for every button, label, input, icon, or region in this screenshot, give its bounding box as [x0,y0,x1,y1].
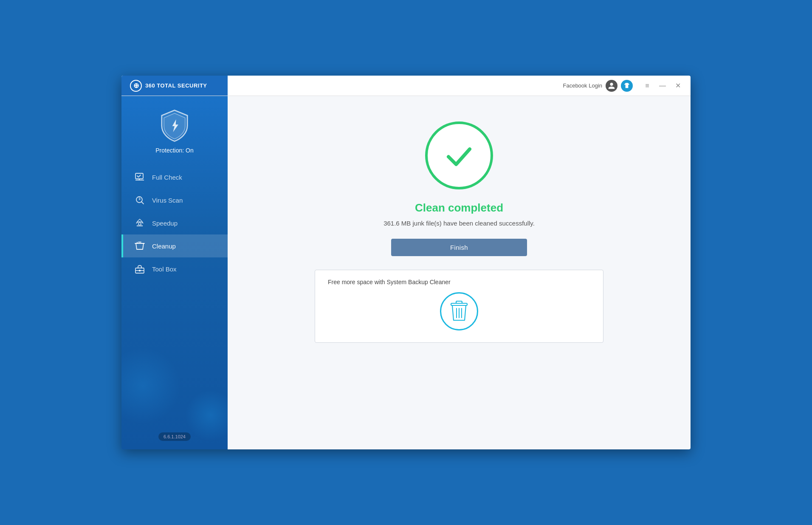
sidebar-item-label: Tool Box [152,265,177,273]
sidebar-item-cleanup[interactable]: Cleanup [121,234,228,257]
facebook-login-label: Facebook Login [563,82,602,89]
sidebar-item-speedup[interactable]: Speedup [121,212,228,234]
sidebar-nav: Full Check Virus Scan [121,166,228,280]
sidebar-item-label: Virus Scan [152,197,183,204]
svg-rect-14 [456,301,462,303]
trash-icon-container [328,292,590,330]
app-window: ⊕ 360 TOTAL SECURITY Facebook Login [121,76,691,449]
sidebar: Protection: On Full Check [121,96,228,449]
title-bar: ⊕ 360 TOTAL SECURITY Facebook Login [121,76,691,96]
title-bar-left: ⊕ 360 TOTAL SECURITY [121,76,228,96]
success-circle [425,121,493,189]
clean-completed-subtitle: 361.6 MB junk file(s) have been cleaned … [383,220,535,227]
finish-button[interactable]: Finish [391,239,527,256]
window-controls: ≡ — ✕ [641,80,684,92]
sidebar-item-label: Cleanup [152,243,176,250]
title-bar-right: Facebook Login ≡ — ✕ [563,80,684,92]
sidebar-item-full-check[interactable]: Full Check [121,166,228,189]
full-check-icon [134,172,145,183]
sidebar-item-virus-scan[interactable]: Virus Scan [121,189,228,212]
user-avatar-icon [606,80,617,92]
svg-rect-12 [139,270,141,271]
shield-icon [158,109,192,143]
version-badge: 6.6.1.1024 [158,432,191,441]
promo-title: Free more space with System Backup Clean… [328,279,451,285]
sidebar-item-label: Speedup [152,220,178,227]
cleanup-icon [134,240,145,251]
toolbox-icon [134,263,145,274]
app-title: 360 TOTAL SECURITY [145,82,207,89]
sidebar-item-tool-box[interactable]: Tool Box [121,257,228,280]
clean-completed-title: Clean completed [415,201,503,215]
app-body: Protection: On Full Check [121,96,691,449]
svg-point-5 [138,223,141,225]
close-button[interactable]: ✕ [672,80,684,92]
virus-scan-icon [134,195,145,206]
logo-icon: ⊕ [130,80,142,92]
shirt-icon [621,80,633,92]
promo-box[interactable]: Free more space with System Backup Clean… [315,270,603,343]
trash-circle-icon [440,292,478,330]
shield-container: Protection: On [155,109,194,154]
menu-button[interactable]: ≡ [641,80,653,92]
speedup-icon [134,217,145,229]
minimize-button[interactable]: — [657,80,668,92]
protection-status: Protection: On [155,147,194,154]
app-logo: ⊕ 360 TOTAL SECURITY [130,80,207,92]
main-content: Clean completed 361.6 MB junk file(s) ha… [228,96,691,449]
svg-line-4 [141,202,144,204]
sidebar-item-label: Full Check [152,174,182,181]
facebook-login[interactable]: Facebook Login [563,80,633,92]
